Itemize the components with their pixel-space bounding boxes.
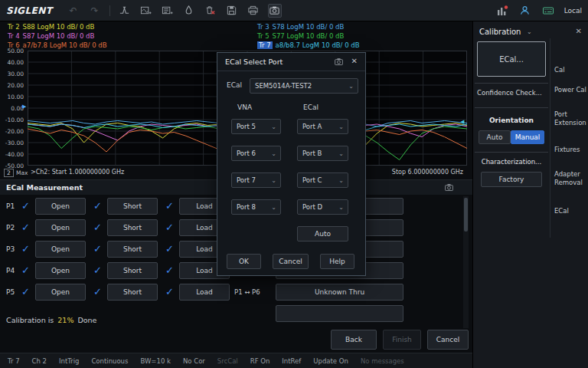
trace-label-tr5[interactable]: Tr 5S77 LogM 10 dB/ 0 dB: [257, 32, 344, 40]
vna-column-header: VNA: [237, 104, 252, 111]
vna-port-value: Port 6: [237, 150, 256, 157]
apps-grid-icon[interactable]: [495, 4, 509, 18]
short-button[interactable]: Short: [107, 241, 158, 258]
keyboard-icon[interactable]: [541, 4, 555, 18]
user-icon[interactable]: [518, 4, 532, 18]
vna-port-select-1[interactable]: Port 5⌄: [231, 119, 281, 134]
auto-button[interactable]: Auto: [297, 226, 348, 242]
undo-icon[interactable]: ↶: [67, 4, 80, 18]
trace-id: Tr 5: [257, 32, 270, 40]
nav-item-port-extension[interactable]: Port Extension: [554, 110, 588, 127]
thru-pair-label: P1 ↔ P6: [234, 288, 260, 296]
orientation-auto-button[interactable]: Auto: [479, 130, 511, 144]
trace-label-tr2[interactable]: Tr 2S88 LogM 10 dB/ 0 dB: [8, 23, 94, 31]
short-button[interactable]: Short: [107, 262, 158, 279]
back-button[interactable]: Back: [331, 330, 377, 350]
finish-button[interactable]: Finish: [383, 330, 421, 350]
nav-item-ecal[interactable]: ECal: [554, 207, 588, 215]
y-axis-tick: -40.00: [0, 151, 24, 158]
open-button[interactable]: Open: [35, 241, 86, 258]
trace-label-tr7-active[interactable]: Tr 7a8/b8.7 LogM 10 dB/ 0 dB: [257, 41, 360, 49]
help-button[interactable]: Help: [320, 254, 354, 269]
y-axis-tick: -30.00: [0, 140, 24, 146]
divider: [550, 38, 550, 238]
camera-icon[interactable]: [334, 57, 344, 68]
channel-add-icon[interactable]: [161, 4, 175, 18]
chevron-down-icon: ⌄: [271, 177, 276, 184]
short-checkbox[interactable]: ✓: [93, 222, 102, 232]
short-button[interactable]: Short: [107, 284, 158, 301]
open-button[interactable]: Open: [35, 262, 86, 279]
cancel-button[interactable]: Cancel: [427, 330, 469, 350]
screenshot-icon[interactable]: [268, 4, 282, 18]
factory-button[interactable]: Factory: [481, 172, 542, 187]
nav-item-power-cal[interactable]: Power Cal: [554, 86, 588, 94]
print-icon[interactable]: [247, 4, 260, 18]
marker-icon[interactable]: [118, 4, 132, 18]
open-checkbox[interactable]: ✓: [21, 244, 30, 254]
chevron-down-icon[interactable]: ⌄: [527, 28, 532, 35]
ecal-button[interactable]: ECal...: [477, 41, 546, 77]
confidence-check-item[interactable]: Confidence Check...: [477, 89, 547, 97]
local-label[interactable]: Local: [564, 7, 582, 15]
y-axis-tick: 0.00: [0, 105, 24, 112]
short-button[interactable]: Short: [107, 219, 158, 236]
close-icon[interactable]: ✕: [351, 57, 358, 65]
short-checkbox[interactable]: ✓: [93, 287, 102, 297]
ecal-port-select-3[interactable]: Port C⌄: [297, 172, 348, 188]
load-checkbox[interactable]: ✓: [165, 265, 174, 275]
status-rf: RF On: [250, 357, 270, 365]
measurement-row-p5: P5 ✓ Open ✓ Short ✓ Load P1 ↔ P6 Unknown…: [0, 284, 464, 301]
thru-button-partial[interactable]: [276, 305, 403, 322]
characterization-item[interactable]: Characterization...: [473, 158, 550, 166]
short-checkbox[interactable]: ✓: [93, 265, 102, 275]
nav-item-adapter-removal[interactable]: Adapter Removal: [554, 170, 588, 186]
open-checkbox[interactable]: ✓: [21, 287, 30, 297]
load-checkbox[interactable]: ✓: [165, 222, 174, 232]
nav-item-fixtures[interactable]: Fixtures: [554, 146, 588, 154]
scrollbar-thumb[interactable]: [464, 198, 468, 232]
load-checkbox[interactable]: ✓: [165, 201, 174, 211]
load-checkbox[interactable]: ✓: [165, 244, 174, 254]
redo-icon[interactable]: ↷: [88, 4, 102, 18]
ecal-port-select-4[interactable]: Port D⌄: [297, 199, 348, 215]
vna-port-select-3[interactable]: Port 7⌄: [231, 172, 281, 188]
port-label: P4: [6, 267, 15, 274]
trace-desc: S77 LogM 10 dB/ 0 dB: [273, 32, 345, 40]
delete-icon[interactable]: [204, 4, 217, 18]
progress-prefix: Calibration is: [6, 316, 54, 324]
open-checkbox[interactable]: ✓: [21, 201, 30, 211]
load-checkbox[interactable]: ✓: [165, 287, 174, 297]
short-checkbox[interactable]: ✓: [93, 244, 102, 254]
save-icon[interactable]: [225, 4, 239, 18]
orientation-manual-button[interactable]: Manual: [511, 130, 544, 144]
open-button[interactable]: Open: [35, 284, 86, 301]
toolbar-separator: [109, 5, 110, 16]
vna-port-select-2[interactable]: Port 6⌄: [231, 146, 281, 161]
short-checkbox[interactable]: ✓: [93, 201, 102, 211]
touch-icon[interactable]: [182, 4, 196, 18]
ecal-port-select-1[interactable]: Port A⌄: [297, 119, 348, 134]
ecal-port-select-2[interactable]: Port B⌄: [297, 146, 348, 161]
vna-port-select-4[interactable]: Port 8⌄: [231, 199, 281, 215]
status-trigger: IntTrig: [59, 357, 79, 365]
short-button[interactable]: Short: [107, 198, 158, 215]
trace-label-tr4[interactable]: Tr 4S87 LogM 10 dB/ 0 dB: [8, 32, 94, 40]
open-button[interactable]: Open: [35, 219, 86, 236]
unknown-thru-button[interactable]: Unknown Thru: [276, 284, 403, 301]
trace-add-icon[interactable]: [139, 4, 153, 18]
open-checkbox[interactable]: ✓: [21, 265, 30, 275]
ok-button[interactable]: OK: [227, 254, 261, 269]
trace-id: Tr 2: [8, 23, 20, 31]
camera-icon[interactable]: [444, 182, 454, 194]
open-checkbox[interactable]: ✓: [21, 222, 30, 232]
trace-desc: S88 LogM 10 dB/ 0 dB: [23, 23, 95, 31]
dialog-cancel-button[interactable]: Cancel: [273, 254, 309, 269]
panel-close-icon[interactable]: ✕: [576, 27, 582, 35]
trace-label-tr3[interactable]: Tr 3S78 LogM 10 dB/ 0 dB: [257, 23, 344, 31]
scrollbar[interactable]: [463, 196, 469, 328]
load-button[interactable]: Load: [179, 284, 230, 301]
open-button[interactable]: Open: [35, 198, 86, 215]
ecal-module-select[interactable]: SEM5014A-TEST2⌄: [250, 78, 358, 94]
nav-item-cal[interactable]: Cal: [554, 66, 588, 74]
